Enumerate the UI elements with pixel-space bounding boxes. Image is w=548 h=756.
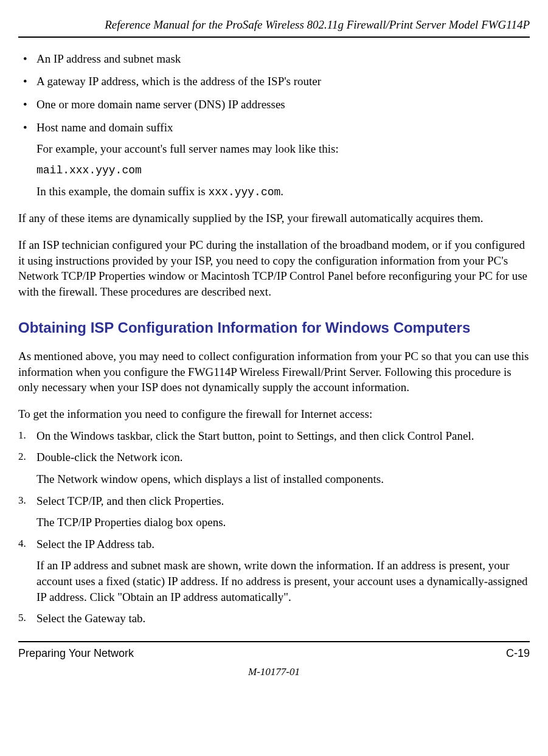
- text-fragment: In this example, the domain suffix is: [36, 185, 209, 198]
- footer-docnum: M-10177-01: [18, 665, 530, 679]
- bullet-text: A gateway IP address, which is the addre…: [36, 75, 321, 88]
- step-item: Select TCP/IP, and then click Properties…: [18, 493, 530, 530]
- inline-code: xxx.yyy.com: [209, 186, 281, 198]
- footer-rule: [18, 641, 530, 642]
- step-item: Double-click the Network icon. The Netwo…: [18, 449, 530, 487]
- section-heading: Obtaining ISP Configuration Information …: [18, 318, 530, 338]
- step-item: On the Windows taskbar, click the Start …: [18, 428, 530, 444]
- bullet-text: One or more domain name server (DNS) IP …: [36, 98, 285, 111]
- body-paragraph: If an ISP technician configured your PC …: [18, 237, 530, 300]
- step-text: Select the IP Address tab.: [36, 538, 154, 550]
- bullet-item: One or more domain name server (DNS) IP …: [18, 97, 530, 113]
- steps-lead: To get the information you need to confi…: [18, 406, 530, 422]
- step-item: Select the Gateway tab.: [18, 611, 530, 626]
- step-text: Select TCP/IP, and then click Properties…: [36, 494, 224, 507]
- bullet-text: An IP address and subnet mask: [36, 52, 181, 65]
- footer-row: Preparing Your Network C-19: [18, 646, 530, 661]
- bullet-text: Host name and domain suffix: [36, 121, 173, 134]
- bullet-item: An IP address and subnet mask: [18, 51, 530, 67]
- footer-section: Preparing Your Network: [18, 646, 134, 661]
- bullet-item: A gateway IP address, which is the addre…: [18, 74, 530, 89]
- bullet-list: An IP address and subnet mask A gateway …: [18, 51, 530, 200]
- text-fragment: .: [280, 185, 283, 198]
- running-header: Reference Manual for the ProSafe Wireles…: [18, 17, 530, 33]
- bullet-item: Host name and domain suffix For example,…: [18, 120, 530, 200]
- header-rule: [18, 36, 530, 38]
- step-subtext: The TCP/IP Properties dialog box opens.: [36, 515, 530, 530]
- step-subtext: If an IP address and subnet mask are sho…: [36, 558, 530, 605]
- code-example: mail.xxx.yyy.com: [36, 163, 530, 178]
- step-text: Double-click the Network icon.: [36, 451, 183, 463]
- step-text: Select the Gateway tab.: [36, 612, 145, 625]
- step-item: Select the IP Address tab. If an IP addr…: [18, 536, 530, 605]
- step-text: On the Windows taskbar, click the Start …: [36, 429, 474, 442]
- steps-list: On the Windows taskbar, click the Start …: [18, 428, 530, 626]
- body-paragraph: If any of these items are dynamically su…: [18, 210, 530, 226]
- bullet-subtext: For example, your account's full server …: [36, 141, 530, 157]
- bullet-subtext: In this example, the domain suffix is xx…: [36, 184, 530, 199]
- body-paragraph: As mentioned above, you may need to coll…: [18, 349, 530, 395]
- page-number: C-19: [506, 646, 530, 661]
- step-subtext: The Network window opens, which displays…: [36, 471, 530, 487]
